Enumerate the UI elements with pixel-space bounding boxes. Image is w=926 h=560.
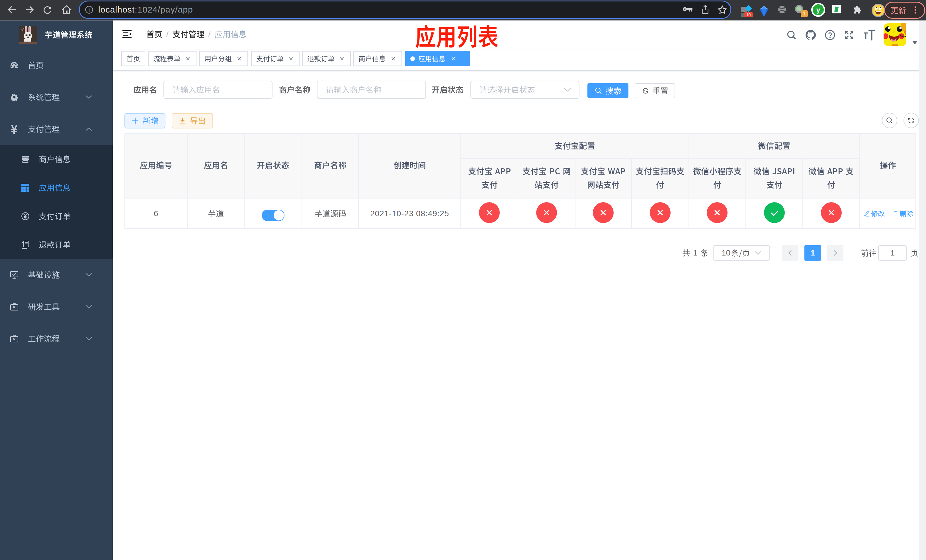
svg-text:1: 1	[803, 11, 805, 17]
svg-text:y: y	[816, 6, 820, 14]
svg-text:10: 10	[746, 12, 751, 17]
